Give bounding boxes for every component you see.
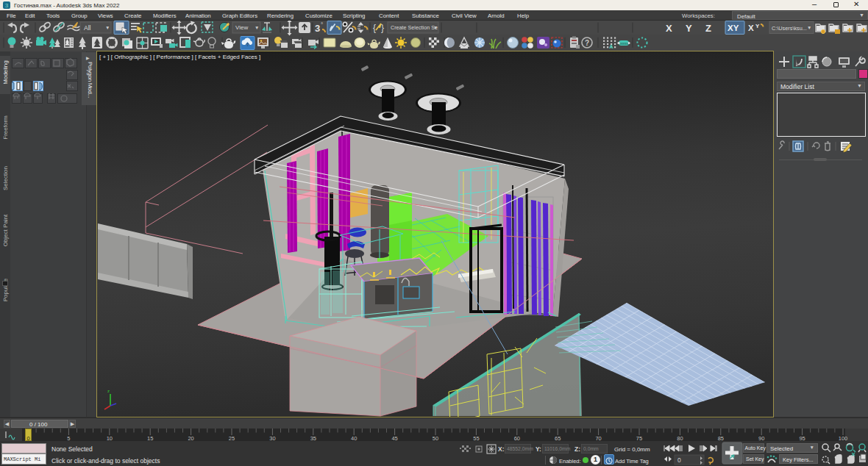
svg-text:35: 35 <box>310 435 316 442</box>
svg-text:40: 40 <box>351 435 357 442</box>
svg-text:10: 10 <box>107 435 113 442</box>
svg-text:15: 15 <box>147 435 153 442</box>
svg-text:55: 55 <box>473 435 479 442</box>
svg-text:Create Selection Se: Create Selection Se <box>391 24 438 31</box>
svg-text:95: 95 <box>799 435 805 442</box>
svg-text:25: 25 <box>229 435 235 442</box>
svg-text:}: } <box>381 23 384 33</box>
svg-text:Z: Z <box>705 23 711 34</box>
svg-text:3: 3 <box>315 23 320 34</box>
svg-text:65: 65 <box>555 435 561 442</box>
svg-text:100: 100 <box>839 435 848 442</box>
svg-text:xxxx: xxxx <box>620 41 628 46</box>
svg-text:Y: Y <box>755 23 760 29</box>
svg-text:3: 3 <box>5 2 9 9</box>
svg-text:▼: ▼ <box>807 25 811 30</box>
svg-text:z: z <box>107 389 110 393</box>
svg-text:°: ° <box>321 21 323 28</box>
svg-text:90: 90 <box>758 435 764 442</box>
svg-text:A: A <box>609 43 613 50</box>
svg-text:{: { <box>373 23 376 33</box>
svg-text:Y: Y <box>686 23 692 34</box>
svg-text:▼: ▼ <box>105 25 110 30</box>
svg-text:X: X <box>666 23 672 34</box>
svg-text:X: X <box>748 24 754 32</box>
svg-text:20: 20 <box>188 435 193 442</box>
svg-text:60: 60 <box>514 435 520 442</box>
svg-text:85: 85 <box>718 435 724 442</box>
svg-text:?: ? <box>585 39 589 47</box>
svg-text:45: 45 <box>391 435 397 442</box>
svg-text:50: 50 <box>433 435 438 442</box>
svg-text:80: 80 <box>677 435 683 442</box>
svg-text:▼: ▼ <box>433 25 438 30</box>
svg-text:0: 0 <box>677 456 681 464</box>
svg-text:70: 70 <box>595 435 601 442</box>
svg-text:5: 5 <box>67 435 70 442</box>
svg-text:All: All <box>84 24 91 32</box>
svg-text:▼: ▼ <box>255 25 259 30</box>
svg-text:XY: XY <box>728 24 739 32</box>
svg-text:30: 30 <box>269 435 275 442</box>
svg-text:View: View <box>235 24 248 31</box>
svg-text:0: 0 <box>26 435 29 442</box>
svg-text:75: 75 <box>636 435 642 442</box>
svg-text:C:\Users\ksu...: C:\Users\ksu... <box>772 25 807 32</box>
